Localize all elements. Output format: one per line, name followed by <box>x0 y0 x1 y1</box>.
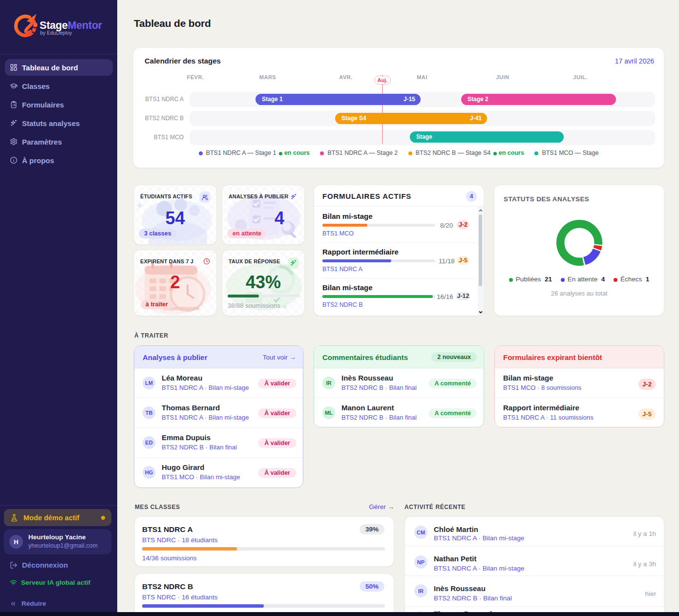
svg-text:StageMentor: StageMentor <box>40 20 103 31</box>
svg-text:by EduDeploy: by EduDeploy <box>40 30 72 36</box>
